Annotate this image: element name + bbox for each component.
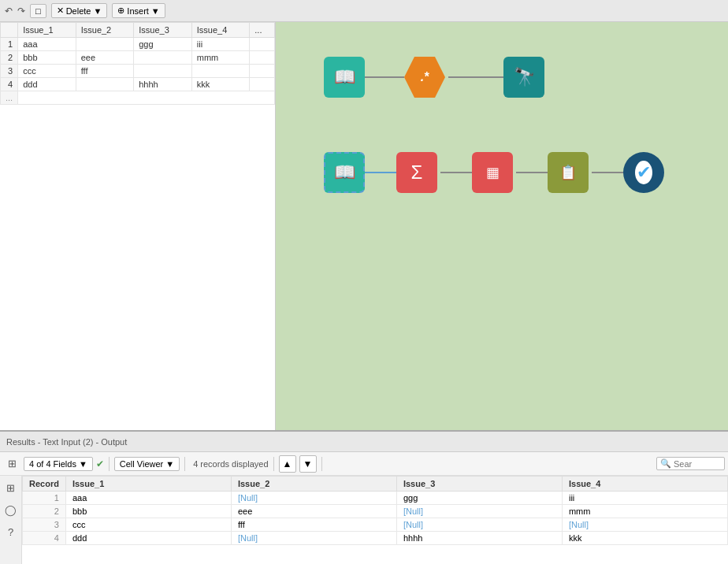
node-regex[interactable]: .*: [404, 57, 445, 98]
issue4-cell: kkk: [191, 78, 250, 91]
results-header: Results - Text Input (2) - Output: [0, 432, 728, 452]
results-col-issue1: Issue_1: [65, 477, 231, 492]
delete-chevron: ▼: [93, 6, 102, 16]
res-issue2-cell: [Null]: [231, 492, 396, 505]
node-find[interactable]: 🔭: [503, 57, 544, 98]
table-row[interactable]: 3 ccc fff [Null] [Null]: [23, 518, 728, 532]
results-icon-1[interactable]: ⊞: [3, 455, 20, 473]
results-panel: Results - Text Input (2) - Output ⊞ 4 of…: [0, 430, 728, 564]
results-col-issue3: Issue_3: [396, 477, 562, 492]
separator-4: [321, 457, 322, 471]
table-row[interactable]: 4 ddd hhhh kkk: [1, 78, 275, 91]
res-issue4-cell: kkk: [562, 532, 727, 545]
table-icon: ▦: [486, 164, 500, 181]
insert-chevron: ▼: [151, 6, 160, 16]
issue4-cell: [191, 65, 250, 78]
res-issue4-cell: iii: [562, 492, 727, 505]
fields-label: 4 of 4 Fields: [29, 459, 76, 469]
res-issue1-cell: ccc: [65, 518, 231, 532]
col-header-issue3: Issue_3: [134, 23, 192, 38]
search-input[interactable]: [674, 459, 721, 469]
res-issue2-cell: fff: [231, 518, 396, 532]
rec-num-cell: 3: [23, 518, 66, 532]
issue2-cell: eee: [76, 51, 134, 65]
node-text-input-1[interactable]: 📖: [324, 57, 365, 98]
records-count: 4 records displayed: [193, 459, 268, 469]
node-browse[interactable]: 📋: [548, 152, 589, 193]
fields-check-icon: ✔: [96, 458, 104, 469]
node-summarize[interactable]: Σ: [396, 152, 437, 193]
issue1-cell: ccc: [18, 65, 76, 78]
issue1-cell: aaa: [18, 38, 76, 51]
issue2-cell: [76, 38, 134, 51]
ellipsis-cell: [18, 91, 275, 105]
res-issue1-cell: aaa: [65, 492, 231, 505]
browse-icon: 📋: [559, 164, 577, 181]
table-row[interactable]: 1 aaa ggg iii: [1, 38, 275, 51]
results-col-issue2: Issue_2: [231, 477, 396, 492]
more-cell: [250, 65, 275, 78]
rec-num-cell: 2: [23, 505, 66, 518]
issue3-cell: [134, 65, 192, 78]
table-row[interactable]: 3 ccc fff: [1, 65, 275, 78]
book-icon-2: 📖: [334, 162, 355, 183]
res-issue4-cell: mmm: [562, 505, 727, 518]
col-header-issue4: Issue_4: [191, 23, 250, 38]
res-issue3-cell: [Null]: [396, 518, 562, 532]
issue1-cell: ddd: [18, 78, 76, 91]
search-icon: 🔍: [660, 458, 671, 469]
row-num-cell: 3: [1, 65, 18, 78]
res-issue1-cell: bbb: [65, 505, 231, 518]
table-row[interactable]: ...: [1, 91, 275, 105]
main-toolbar: ↶ ↷ □ ✕ Delete ▼ ⊕ Insert ▼: [0, 0, 728, 22]
row-num-header: [1, 23, 18, 38]
results-col-issue4: Issue_4: [562, 477, 727, 492]
node-text-input-2[interactable]: 📖: [324, 152, 365, 193]
table-row[interactable]: 4 ddd [Null] hhhh kkk: [23, 532, 728, 545]
sigma-icon: Σ: [411, 161, 423, 184]
result-icon-help[interactable]: ?: [2, 523, 20, 540]
redo-icon[interactable]: ↷: [17, 6, 25, 17]
viewer-chevron: ▼: [165, 459, 174, 469]
table-row[interactable]: 2 bbb eee [Null] mmm: [23, 505, 728, 518]
row-num-cell: 1: [1, 38, 18, 51]
left-icons: ⊞ ◯ ?: [0, 476, 22, 564]
res-issue2-cell: [Null]: [231, 532, 396, 545]
delete-button[interactable]: ✕ Delete ▼: [51, 3, 108, 18]
row-num-cell: 2: [1, 51, 18, 65]
undo-icon[interactable]: ↶: [5, 6, 13, 17]
results-col-record: Record: [23, 477, 66, 492]
issue3-cell: hhhh: [134, 78, 192, 91]
fields-chevron: ▼: [79, 459, 87, 469]
table-row[interactable]: 1 aaa [Null] ggg iii: [23, 492, 728, 505]
main-area: Issue_1 Issue_2 Issue_3 Issue_4 ... 1 aa…: [0, 22, 728, 430]
issue4-cell: mmm: [191, 51, 250, 65]
col-header-issue2: Issue_2: [76, 23, 134, 38]
scroll-up-button[interactable]: ▲: [279, 455, 296, 473]
node-output[interactable]: ✔: [623, 152, 664, 193]
delete-icon: ✕: [57, 6, 64, 16]
canvas-area: 📖 .* 🔭 📖 Σ ▦ 📋 ✔: [276, 22, 728, 430]
issue1-cell: bbb: [18, 51, 76, 65]
save-button[interactable]: □: [30, 4, 46, 18]
row-num-cell: 4: [1, 78, 18, 91]
col-header-issue1: Issue_1: [18, 23, 76, 38]
rec-num-cell: 1: [23, 492, 66, 505]
viewer-button[interactable]: Cell Viewer ▼: [114, 457, 180, 471]
result-icon-profile[interactable]: ◯: [2, 501, 20, 518]
binoculars-icon: 🔭: [514, 67, 535, 87]
results-table-wrap: Record Issue_1 Issue_2 Issue_3 Issue_4 1…: [22, 476, 728, 564]
insert-button[interactable]: ⊕ Insert ▼: [112, 3, 165, 18]
scroll-down-button[interactable]: ▼: [299, 455, 317, 473]
rec-num-cell: 4: [23, 532, 66, 545]
fields-button[interactable]: 4 of 4 Fields ▼: [24, 457, 93, 471]
separator-1: [109, 457, 110, 471]
save-icon: □: [35, 6, 41, 16]
table-row[interactable]: 2 bbb eee mmm: [1, 51, 275, 65]
viewer-label: Cell Viewer: [120, 459, 163, 469]
res-issue4-cell: [Null]: [562, 518, 727, 532]
result-icon-table[interactable]: ⊞: [2, 479, 20, 496]
res-issue3-cell: ggg: [396, 492, 562, 505]
node-table[interactable]: ▦: [472, 152, 513, 193]
check-circle-icon: ✔: [635, 161, 652, 184]
